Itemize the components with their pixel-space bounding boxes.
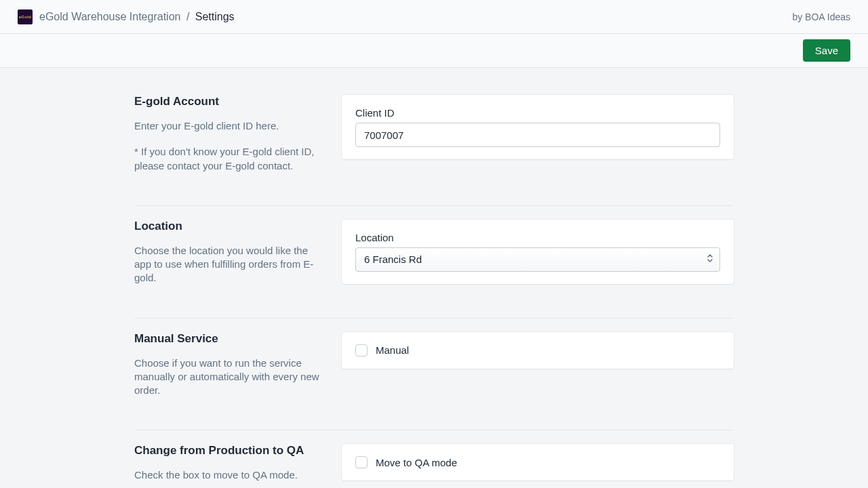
location-select-wrap: 6 Francis Rd bbox=[355, 247, 720, 272]
app-logo-text: eGold bbox=[19, 15, 32, 19]
section-manual-card-wrap: Manual bbox=[342, 332, 734, 410]
qa-checkbox-row: Move to QA mode bbox=[355, 456, 720, 468]
save-button[interactable]: Save bbox=[803, 39, 850, 62]
section-location-title: Location bbox=[134, 220, 321, 233]
breadcrumb: eGold Warehouse Integration / Settings bbox=[39, 11, 235, 23]
section-location-desc1: Choose the location you would like the a… bbox=[134, 244, 321, 285]
client-id-label: Client ID bbox=[355, 107, 720, 119]
section-manual-title: Manual Service bbox=[134, 332, 321, 346]
section-account-info: E-gold Account Enter your E-gold client … bbox=[134, 95, 342, 185]
qa-checkbox[interactable] bbox=[355, 456, 368, 468]
settings-content: E-gold Account Enter your E-gold client … bbox=[134, 68, 734, 488]
section-qa: Change from Production to QA Check the b… bbox=[134, 430, 734, 488]
section-account-card: Client ID bbox=[342, 95, 734, 159]
section-location-card-wrap: Location 6 Francis Rd bbox=[342, 220, 734, 298]
section-location-card: Location 6 Francis Rd bbox=[342, 220, 734, 284]
section-qa-card: Move to QA mode bbox=[342, 444, 734, 481]
section-account: E-gold Account Enter your E-gold client … bbox=[134, 81, 734, 206]
app-logo: eGold bbox=[18, 9, 33, 24]
section-manual-info: Manual Service Choose if you want to run… bbox=[134, 332, 342, 410]
section-account-desc1: Enter your E-gold client ID here. bbox=[134, 119, 321, 133]
section-manual-desc1: Choose if you want to run the service ma… bbox=[134, 357, 321, 398]
location-select[interactable]: 6 Francis Rd bbox=[355, 247, 720, 272]
section-qa-info: Change from Production to QA Check the b… bbox=[134, 444, 342, 488]
manual-checkbox[interactable] bbox=[355, 344, 368, 357]
section-account-desc2: * If you don't know your E-gold client I… bbox=[134, 145, 321, 173]
section-qa-card-wrap: Move to QA mode bbox=[342, 444, 734, 488]
section-qa-title: Change from Production to QA bbox=[134, 444, 321, 458]
topbar: eGold eGold Warehouse Integration / Sett… bbox=[0, 0, 868, 34]
manual-checkbox-label: Manual bbox=[376, 344, 409, 356]
breadcrumb-current: Settings bbox=[195, 11, 235, 22]
qa-checkbox-label: Move to QA mode bbox=[376, 457, 457, 468]
section-qa-desc1: Check the box to move to QA mode. bbox=[134, 468, 321, 482]
byline: by BOA Ideas bbox=[792, 12, 850, 22]
section-location: Location Choose the location you would l… bbox=[134, 206, 734, 319]
section-account-title: E-gold Account bbox=[134, 95, 321, 108]
breadcrumb-separator: / bbox=[186, 11, 189, 22]
manual-checkbox-row: Manual bbox=[355, 344, 720, 357]
breadcrumb-root[interactable]: eGold Warehouse Integration bbox=[39, 11, 180, 22]
section-account-card-wrap: Client ID bbox=[342, 95, 734, 185]
section-manual-card: Manual bbox=[342, 332, 734, 369]
location-label: Location bbox=[355, 232, 720, 243]
actionbar: Save bbox=[0, 34, 868, 68]
section-manual: Manual Service Choose if you want to run… bbox=[134, 319, 734, 431]
client-id-input[interactable] bbox=[355, 123, 720, 147]
section-location-info: Location Choose the location you would l… bbox=[134, 220, 342, 298]
